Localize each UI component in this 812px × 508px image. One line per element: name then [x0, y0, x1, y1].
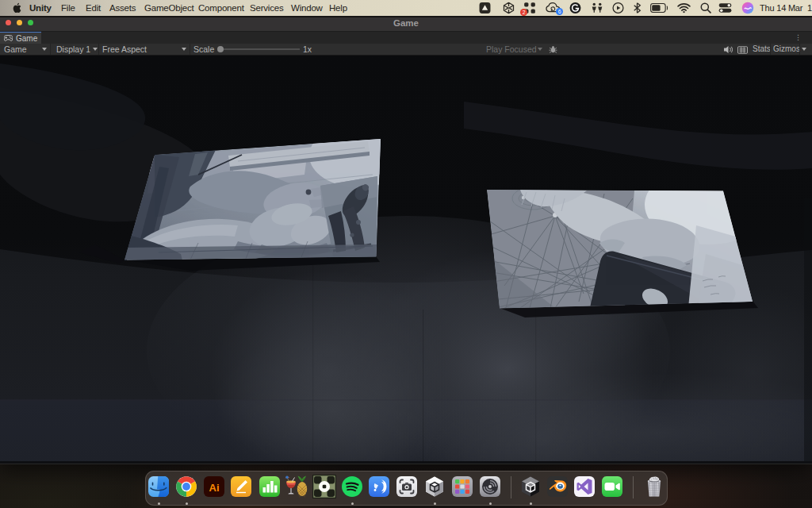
svg-text:Ai: Ai [209, 482, 220, 494]
